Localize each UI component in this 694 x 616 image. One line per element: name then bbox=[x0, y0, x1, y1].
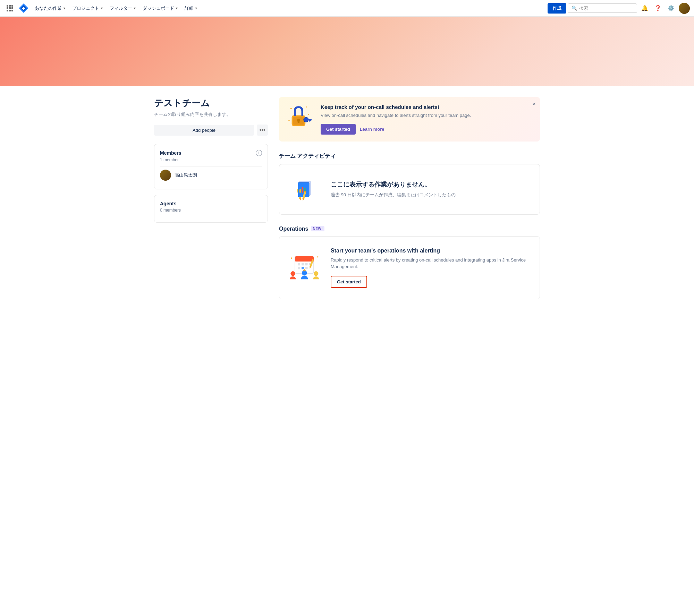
operations-card-desc: Rapidly respond to critical alerts by cr… bbox=[331, 257, 531, 270]
svg-rect-10 bbox=[309, 120, 310, 122]
svg-marker-23 bbox=[302, 198, 304, 201]
nav-right: 🔍 🔔 ❓ ⚙️ bbox=[568, 3, 690, 14]
agents-card-header: Agents bbox=[160, 201, 262, 206]
member-row: 高山晃太朗 bbox=[160, 166, 262, 183]
team-title: テストチーム bbox=[154, 97, 268, 109]
agents-count: 0 members bbox=[160, 208, 262, 213]
nav-item-filters-label: フィルター bbox=[110, 5, 132, 11]
search-icon: 🔍 bbox=[572, 6, 577, 11]
svg-rect-20 bbox=[302, 187, 303, 192]
members-card-title: Members bbox=[160, 150, 181, 156]
alert-close-button[interactable]: × bbox=[533, 101, 536, 107]
nav-item-yourwork[interactable]: あなたの作業 ▼ bbox=[32, 3, 69, 14]
operations-section-title: Operations bbox=[279, 226, 308, 232]
nav-item-dashboards[interactable]: ダッシュボード ▼ bbox=[140, 3, 181, 14]
notifications-button[interactable]: 🔔 bbox=[639, 3, 650, 14]
nav-item-dashboards-label: ダッシュボード bbox=[143, 5, 174, 11]
activity-illustration bbox=[288, 176, 322, 203]
nav-item-projects-label: プロジェクト bbox=[72, 5, 99, 11]
svg-rect-28 bbox=[298, 263, 300, 265]
operations-new-badge: NEW! bbox=[311, 226, 324, 231]
members-card-header: Members i bbox=[160, 150, 262, 156]
member-name: 高山晃太朗 bbox=[175, 172, 197, 178]
svg-text:✦: ✦ bbox=[308, 113, 309, 116]
agents-card-title: Agents bbox=[160, 201, 176, 206]
team-description: チームの取り組み内容を共有します。 bbox=[154, 111, 268, 118]
svg-point-37 bbox=[290, 271, 295, 276]
apps-grid-icon bbox=[7, 5, 13, 11]
activity-text: ここに表示する作業がありません。 過去 90 日以内にチームが作成、編集またはコ… bbox=[331, 180, 531, 198]
members-card: Members i 1 member 高山晃太朗 bbox=[154, 144, 268, 189]
operations-card-title: Start your team's operations with alerti… bbox=[331, 248, 531, 254]
operations-illustration: ★ ★ ★ bbox=[288, 250, 322, 285]
page-content: テストチーム チームの取り組み内容を共有します。 Add people ••• … bbox=[146, 86, 548, 310]
agents-card: Agents 0 members bbox=[154, 195, 268, 223]
avatar[interactable] bbox=[679, 3, 690, 14]
svg-point-40 bbox=[314, 271, 318, 276]
nav-item-filters-caret: ▼ bbox=[133, 7, 136, 10]
nav-item-projects[interactable]: プロジェクト ▼ bbox=[69, 3, 106, 14]
nav-menu: あなたの作業 ▼ プロジェクト ▼ フィルター ▼ ダッシュボード ▼ 詳細 ▼ bbox=[32, 3, 546, 14]
members-info-icon[interactable]: i bbox=[256, 150, 262, 156]
main-area: ✦ ✦ ✦ ✦ bbox=[279, 97, 540, 299]
operations-text: Start your team's operations with alerti… bbox=[331, 248, 531, 288]
nav-item-filters[interactable]: フィルター ▼ bbox=[107, 3, 139, 14]
jira-logo[interactable] bbox=[19, 3, 28, 13]
nav-item-dashboards-caret: ▼ bbox=[175, 7, 178, 10]
alert-content: Keep track of your on-call schedules and… bbox=[321, 104, 533, 135]
nav-item-more-caret: ▼ bbox=[195, 7, 198, 10]
nav-item-more-label: 詳細 bbox=[185, 5, 194, 11]
operations-section-header: Operations NEW! bbox=[279, 226, 540, 232]
left-sidebar: テストチーム チームの取り組み内容を共有します。 Add people ••• … bbox=[154, 97, 279, 299]
alert-title: Keep track of your on-call schedules and… bbox=[321, 104, 533, 110]
svg-text:✦: ✦ bbox=[288, 119, 290, 122]
svg-rect-6 bbox=[298, 120, 299, 123]
svg-marker-13 bbox=[299, 197, 302, 200]
alert-illustration: ✦ ✦ ✦ ✦ bbox=[286, 104, 314, 129]
svg-rect-32 bbox=[298, 267, 300, 269]
member-avatar bbox=[160, 170, 171, 181]
hero-banner bbox=[0, 17, 694, 86]
svg-rect-19 bbox=[299, 189, 301, 193]
nav-item-yourwork-label: あなたの作業 bbox=[35, 5, 62, 11]
nav-item-more[interactable]: 詳細 ▼ bbox=[182, 3, 201, 14]
alert-get-started-button[interactable]: Get started bbox=[321, 124, 356, 135]
add-people-button[interactable]: Add people bbox=[154, 125, 254, 136]
alert-banner: ✦ ✦ ✦ ✦ bbox=[279, 97, 540, 142]
add-people-row: Add people ••• bbox=[154, 125, 268, 136]
svg-rect-9 bbox=[310, 120, 312, 121]
svg-text:★: ★ bbox=[303, 268, 306, 272]
svg-text:✦: ✦ bbox=[290, 107, 293, 110]
svg-rect-27 bbox=[295, 259, 314, 261]
more-options-button[interactable]: ••• bbox=[257, 125, 268, 136]
create-button[interactable]: 作成 bbox=[548, 3, 566, 14]
svg-point-7 bbox=[304, 117, 308, 122]
help-button[interactable]: ❓ bbox=[652, 3, 663, 14]
svg-text:★: ★ bbox=[290, 256, 293, 260]
svg-rect-29 bbox=[302, 263, 304, 265]
activity-section-header: チーム アクティビティ bbox=[279, 153, 540, 160]
operations-get-started-button[interactable]: Get started bbox=[331, 276, 367, 288]
svg-rect-8 bbox=[308, 119, 312, 120]
search-input[interactable] bbox=[579, 6, 633, 11]
members-count: 1 member bbox=[160, 157, 262, 162]
alert-description: View on-call schedules and navigate to a… bbox=[321, 112, 533, 119]
activity-empty-sub: 過去 90 日以内にチームが作成、編集またはコメントしたもの bbox=[331, 191, 531, 198]
activity-section-title: チーム アクティビティ bbox=[279, 153, 336, 160]
apps-grid-button[interactable] bbox=[4, 3, 15, 14]
avatar-image bbox=[679, 3, 690, 14]
svg-text:✦: ✦ bbox=[305, 105, 307, 109]
svg-rect-30 bbox=[305, 263, 308, 265]
alert-learn-more-button[interactable]: Learn more bbox=[360, 127, 384, 132]
activity-card: ここに表示する作業がありません。 過去 90 日以内にチームが作成、編集またはコ… bbox=[279, 164, 540, 215]
nav-item-projects-caret: ▼ bbox=[100, 7, 103, 10]
activity-empty-title: ここに表示する作業がありません。 bbox=[331, 180, 531, 189]
alert-actions: Get started Learn more bbox=[321, 124, 533, 135]
navbar: あなたの作業 ▼ プロジェクト ▼ フィルター ▼ ダッシュボード ▼ 詳細 ▼… bbox=[0, 0, 694, 17]
svg-text:★: ★ bbox=[316, 255, 319, 258]
nav-item-yourwork-caret: ▼ bbox=[63, 7, 66, 10]
settings-button[interactable]: ⚙️ bbox=[666, 3, 677, 14]
search-box[interactable]: 🔍 bbox=[568, 3, 637, 13]
operations-card: ★ ★ ★ bbox=[279, 236, 540, 299]
